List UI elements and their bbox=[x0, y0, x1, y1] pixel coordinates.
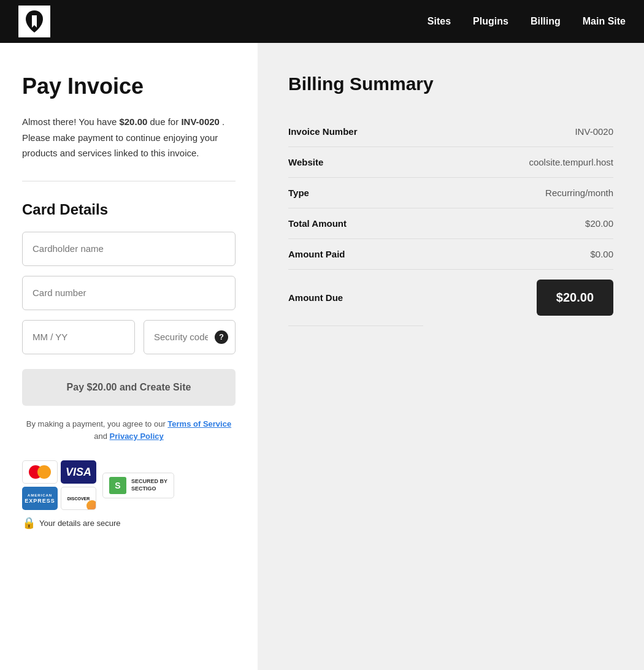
billing-label-3: Total Amount bbox=[288, 208, 434, 239]
intro-amount: $20.00 bbox=[119, 116, 147, 127]
secure-text-container: 🔒 Your details are secure bbox=[22, 516, 121, 530]
navbar: Sites Plugins Billing Main Site bbox=[0, 0, 644, 43]
nav-main-site[interactable]: Main Site bbox=[583, 16, 626, 26]
intro-middle: due for bbox=[147, 116, 181, 127]
amount-due-cell: $20.00 bbox=[423, 270, 613, 325]
mc-orange-circle bbox=[37, 465, 51, 479]
intro-paragraph: Almost there! You have $20.00 due for IN… bbox=[22, 114, 236, 161]
billing-label-4: Amount Paid bbox=[288, 239, 434, 270]
billing-label-1: Website bbox=[288, 147, 434, 178]
card-number-input[interactable] bbox=[22, 276, 236, 310]
billing-row-0: Invoice NumberINV-0020 bbox=[288, 116, 613, 147]
card-details-title: Card Details bbox=[22, 201, 236, 218]
billing-value-1: coolsite.tempurl.host bbox=[434, 147, 613, 178]
billing-label-2: Type bbox=[288, 178, 434, 208]
cardholder-name-input[interactable] bbox=[22, 232, 236, 266]
left-panel: Pay Invoice Almost there! You have $20.0… bbox=[0, 43, 258, 670]
intro-invoice: INV-0020 bbox=[181, 116, 220, 127]
billing-row-4: Amount Paid$0.00 bbox=[288, 239, 613, 270]
terms-and: and bbox=[94, 432, 109, 441]
expiry-security-row: ? bbox=[22, 320, 236, 354]
billing-value-2: Recurring/month bbox=[434, 178, 613, 208]
card-logos: VISA AMERICAN EXPRESS DISCOVER bbox=[22, 460, 96, 510]
billing-table: Invoice NumberINV-0020Websitecoolsite.te… bbox=[288, 116, 613, 270]
billing-row-1: Websitecoolsite.tempurl.host bbox=[288, 147, 613, 178]
terms-text: By making a payment, you agree to our Te… bbox=[22, 418, 236, 444]
right-panel: Billing Summary Invoice NumberINV-0020We… bbox=[258, 43, 644, 670]
sectigo-label: SECURED BYSECTIGO bbox=[131, 478, 167, 492]
security-help-icon[interactable]: ? bbox=[215, 330, 228, 344]
amount-due-row: Amount Due $20.00 bbox=[288, 270, 613, 325]
billing-value-4: $0.00 bbox=[434, 239, 613, 270]
intro-prefix: Almost there! You have bbox=[22, 116, 119, 127]
discover-text: DISCOVER bbox=[67, 497, 90, 501]
amount-due-label: Amount Due bbox=[288, 270, 423, 325]
visa-logo: VISA bbox=[61, 460, 96, 484]
security-wrapper: ? bbox=[144, 320, 236, 354]
logo[interactable] bbox=[18, 6, 50, 37]
amount-due-badge: $20.00 bbox=[537, 280, 613, 316]
billing-row-3: Total Amount$20.00 bbox=[288, 208, 613, 239]
nav-links: Sites Plugins Billing Main Site bbox=[427, 16, 626, 27]
billing-title: Billing Summary bbox=[288, 74, 613, 94]
mastercard-logo bbox=[22, 460, 58, 484]
discover-dot bbox=[86, 500, 96, 510]
page-title: Pay Invoice bbox=[22, 74, 236, 99]
divider bbox=[22, 181, 236, 181]
payment-logos: VISA AMERICAN EXPRESS DISCOVER S SECURED… bbox=[22, 460, 236, 530]
billing-label-0: Invoice Number bbox=[288, 116, 434, 147]
sectigo-logo-icon: S bbox=[109, 477, 126, 494]
billing-value-0: INV-0020 bbox=[434, 116, 613, 147]
nav-sites[interactable]: Sites bbox=[427, 16, 451, 26]
lock-icon: 🔒 bbox=[22, 516, 36, 530]
terms-prefix: By making a payment, you agree to our bbox=[26, 419, 168, 428]
nav-plugins[interactable]: Plugins bbox=[473, 16, 508, 26]
discover-logo: DISCOVER bbox=[61, 487, 96, 510]
privacy-link[interactable]: Privacy Policy bbox=[110, 432, 164, 441]
amex-logo: AMERICAN EXPRESS bbox=[22, 487, 58, 510]
billing-value-3: $20.00 bbox=[434, 208, 613, 239]
amount-due-table: Amount Due $20.00 bbox=[288, 270, 613, 326]
page-layout: Pay Invoice Almost there! You have $20.0… bbox=[0, 43, 644, 670]
terms-link[interactable]: Terms of Service bbox=[167, 419, 231, 428]
expiry-input[interactable] bbox=[22, 320, 135, 354]
sectigo-badge: S SECURED BYSECTIGO bbox=[102, 473, 174, 498]
pay-button[interactable]: Pay $20.00 and Create Site bbox=[22, 369, 236, 406]
nav-billing[interactable]: Billing bbox=[531, 16, 561, 26]
secure-label: Your details are secure bbox=[39, 519, 121, 528]
billing-row-2: TypeRecurring/month bbox=[288, 178, 613, 208]
sectigo-secured-text: SECURED BYSECTIGO bbox=[131, 478, 167, 492]
